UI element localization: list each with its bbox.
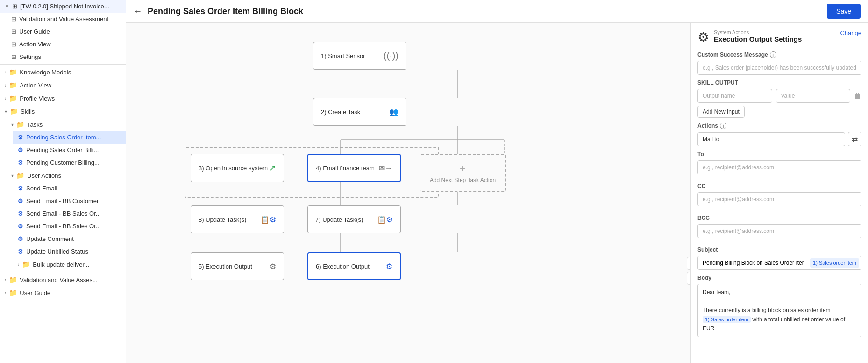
- sidebar-group-user-actions[interactable]: ▾ 📁 User Actions: [7, 169, 126, 182]
- swap-icon[interactable]: ⇄: [848, 132, 861, 146]
- sidebar-item-user-guide[interactable]: ⊞ User Guide: [7, 25, 126, 38]
- chevron-right-icon: ›: [5, 83, 6, 88]
- flow-canvas[interactable]: 1) Smart Sensor ((·)) 2) Create Task 👥 3…: [126, 23, 690, 363]
- info-icon[interactable]: i: [770, 51, 776, 58]
- sidebar-group-user-guide-bottom[interactable]: › 📁 User Guide: [0, 286, 126, 299]
- panel-titles: System Actions Execution Output Settings: [714, 29, 835, 43]
- sidebar-group-profile-views[interactable]: › 📁 Profile Views: [0, 92, 126, 105]
- sidebar-item-update-unbilled-status[interactable]: ⚙ Update Unbilled Status: [13, 245, 126, 258]
- body-label: Body: [697, 275, 861, 281]
- subject-tag: 1) Sales order item: [810, 258, 859, 268]
- sensor-icon: ((·)): [384, 51, 398, 61]
- sidebar-item-label: User Guide: [19, 28, 50, 35]
- sidebar-item-label: Action View: [19, 41, 51, 48]
- node-execution-output-5[interactable]: 5) Execution Output ⚙: [191, 252, 284, 280]
- body-line3: There currently is a billing block on sa…: [703, 307, 830, 313]
- sidebar-item-bulk-update-deliver[interactable]: › 📁 Bulk update deliver...: [13, 258, 126, 271]
- item-label: Send Email - BB Sales Or...: [26, 223, 101, 230]
- sidebar-item-update-comment[interactable]: ⚙ Update Comment: [13, 232, 126, 245]
- sidebar-item-pending-customer-billing[interactable]: ⚙ Pending Customer Billing...: [13, 156, 126, 169]
- sidebar-icon: ⊞: [12, 3, 17, 10]
- delete-tool-button[interactable]: 🗑: [687, 272, 690, 285]
- sidebar-item-send-email-bb-customer[interactable]: ⚙ Send Email - BB Customer: [13, 195, 126, 207]
- sidebar-item-send-email[interactable]: ⚙ Send Email: [13, 182, 126, 195]
- value-input[interactable]: [776, 89, 851, 103]
- group-label: Validation and Value Asses...: [20, 276, 97, 283]
- chevron-down-icon: ▼: [5, 4, 9, 9]
- right-panel: ⚙ System Actions Execution Output Settin…: [690, 23, 868, 363]
- node-create-task[interactable]: 2) Create Task 👥: [313, 98, 406, 126]
- to-input[interactable]: [697, 160, 861, 174]
- custom-success-input[interactable]: [697, 61, 861, 75]
- create-task-icon: 👥: [389, 108, 398, 116]
- skill-icon: ⚙: [18, 134, 23, 141]
- sidebar-item-settings[interactable]: ⊞ Settings: [7, 51, 126, 63]
- sidebar-group-validation-value[interactable]: › 📁 Validation and Value Asses...: [0, 273, 126, 286]
- sidebar-item-label: Settings: [19, 53, 41, 60]
- item-label: Bulk update deliver...: [33, 261, 89, 268]
- node-email-finance[interactable]: 4) Email finance team ✉→: [307, 154, 401, 182]
- save-button[interactable]: Save: [827, 4, 861, 19]
- body-text[interactable]: Dear team, There currently is a billing …: [697, 284, 861, 337]
- sidebar-item-validation[interactable]: ⊞ Validation and Value Assessment: [7, 13, 126, 25]
- skill-icon: ⚙: [18, 210, 23, 217]
- sidebar-item-action-view[interactable]: ⊞ Action View: [7, 38, 126, 51]
- node-label: 2) Create Task: [321, 109, 360, 116]
- folder-icon: 📁: [9, 276, 17, 283]
- node-update-tasks-8[interactable]: 8) Update Task(s) 📋⚙: [191, 205, 284, 233]
- actions-select[interactable]: Mail to Slack Teams Webhook: [697, 132, 845, 146]
- node-smart-sensor[interactable]: 1) Smart Sensor ((·)): [313, 42, 406, 70]
- sidebar-top-item[interactable]: ▼ ⊞ [TW 0.2.0] Shipped Not Invoice...: [0, 0, 126, 13]
- sidebar-group-action-view[interactable]: › 📁 Action View: [0, 79, 126, 92]
- add-next-step-box[interactable]: + Add Next Step Task Action: [420, 154, 506, 192]
- skill-output-label: SKILL OUTPUT: [697, 80, 861, 86]
- user-actions-children: ⚙ Send Email ⚙ Send Email - BB Customer …: [7, 182, 126, 271]
- open-source-icon: ↗: [269, 163, 276, 173]
- sidebar-item-send-email-bb-sales-or2[interactable]: ⚙ Send Email - BB Sales Or...: [13, 220, 126, 232]
- sidebar-group-tasks[interactable]: ▾ 📁 Tasks: [7, 118, 126, 131]
- group-label: User Guide: [20, 290, 50, 297]
- panel-title: Execution Output Settings: [714, 35, 835, 43]
- info-icon[interactable]: i: [720, 123, 726, 129]
- delete-icon[interactable]: 🗑: [854, 92, 861, 100]
- group-label: User Actions: [27, 172, 61, 179]
- node-execution-output-6[interactable]: 6) Execution Output ⚙: [307, 252, 401, 280]
- add-new-input-button[interactable]: Add New Input: [697, 106, 745, 118]
- change-link[interactable]: Change: [840, 29, 861, 36]
- back-button[interactable]: ←: [134, 7, 142, 16]
- sidebar-item-send-email-bb-sales-or1[interactable]: ⚙ Send Email - BB Sales Or...: [13, 207, 126, 220]
- custom-success-label: Custom Success Message i: [697, 51, 861, 58]
- skill-output-row: 🗑: [697, 89, 861, 103]
- node-label: 1) Smart Sensor: [321, 52, 365, 59]
- skill-icon: ⚙: [18, 197, 23, 204]
- group-label: Skills: [21, 108, 35, 115]
- node-update-tasks-7[interactable]: 7) Update Task(s) 📋⚙: [307, 205, 401, 233]
- subject-input[interactable]: [698, 256, 808, 269]
- actions-row: Mail to Slack Teams Webhook ⇄: [697, 132, 861, 146]
- folder-icon: 📁: [16, 172, 24, 179]
- email-icon: ✉→: [379, 164, 392, 173]
- sidebar-main-items: ⊞ Validation and Value Assessment ⊞ User…: [0, 13, 126, 63]
- item-label: Send Email - BB Customer: [26, 197, 99, 204]
- chevron-down-icon: ▾: [11, 122, 14, 127]
- item-label: Pending Sales Order Item...: [26, 134, 101, 141]
- folder-icon: 📁: [22, 261, 30, 268]
- chevron-down-icon: ▾: [5, 109, 7, 114]
- sidebar-group-skills[interactable]: ▾ 📁 Skills: [0, 105, 126, 118]
- sidebar-item-pending-sales-order-item[interactable]: ⚙ Pending Sales Order Item...: [13, 131, 126, 144]
- bcc-input[interactable]: [697, 224, 861, 238]
- actions-label: Actions i: [697, 123, 861, 129]
- gear-icon: ⚙: [697, 29, 709, 45]
- node-open-source[interactable]: 3) Open in source system ↗: [191, 154, 284, 182]
- output-name-input[interactable]: [697, 89, 772, 103]
- grid-icon: ⊞: [11, 28, 16, 35]
- add-next-label: Add Next Step Task Action: [430, 177, 496, 183]
- body-tag1: 1) Sales order item: [703, 316, 751, 323]
- sidebar-item-pending-sales-order-billi[interactable]: ⚙ Pending Sales Order Billi...: [13, 144, 126, 156]
- sidebar: ▼ ⊞ [TW 0.2.0] Shipped Not Invoice... ⊞ …: [0, 0, 126, 363]
- text-tool-button[interactable]: TA: [687, 257, 690, 270]
- sidebar-group-knowledge-models[interactable]: › 📁 Knowledge Models: [0, 65, 126, 79]
- update-task-icon: 📋⚙: [377, 215, 393, 224]
- cc-input[interactable]: [697, 192, 861, 206]
- page-title: Pending Sales Order Item Billing Block: [148, 7, 821, 16]
